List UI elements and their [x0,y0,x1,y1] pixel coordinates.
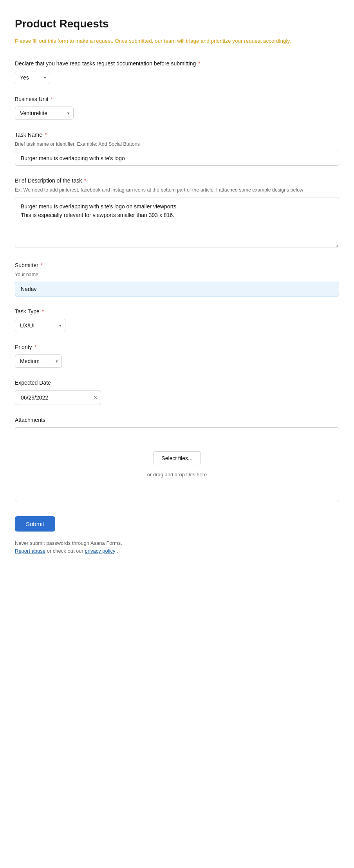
drag-drop-text: or drag and drop files here [147,471,207,479]
attachments-dropzone[interactable]: Select files... or drag and drop files h… [15,427,339,503]
expected-date-input[interactable] [15,390,101,405]
brief-description-section: Brief Description of the task * Ex: We n… [15,177,339,250]
task-name-label: Task Name * [15,131,339,139]
brief-description-required: * [83,177,86,184]
report-abuse-link[interactable]: Report abuse [15,548,45,554]
task-name-required: * [43,132,47,138]
task-type-label: Task Type * [15,307,339,316]
expected-date-label: Expected Date [15,379,339,387]
expected-date-section: Expected Date × [15,379,339,405]
page-subtitle: Please fill out this form to make a requ… [15,37,339,45]
business-unit-select-wrapper: Venturekite Other ▾ [15,107,74,120]
task-type-required: * [40,308,44,315]
priority-select[interactable]: Low Medium High Critical [15,354,62,368]
business-unit-select[interactable]: Venturekite Other [15,107,74,120]
page-title: Product Requests [15,16,339,32]
business-unit-section: Business Unit * Venturekite Other ▾ [15,95,339,120]
brief-description-label: Brief Description of the task * [15,177,339,185]
declaration-label: Declare that you have read tasks request… [15,60,339,68]
task-name-hint: Brief task name or identifier. Example: … [15,141,339,148]
business-unit-label: Business Unit * [15,95,339,103]
declaration-required: * [197,60,200,67]
attachments-section: Attachments Select files... or drag and … [15,416,339,503]
declaration-section: Declare that you have read tasks request… [15,60,339,84]
task-type-section: Task Type * UX/UI Development Content Ot… [15,307,339,332]
priority-label: Priority * [15,343,339,351]
submit-section: Submit Never submit passwords through As… [15,513,339,555]
privacy-policy-link[interactable]: privacy policy [85,548,116,554]
footer-text: Never submit passwords through Asana For… [15,539,339,555]
brief-description-hint: Ex: We need to add pinterest, facebook a… [15,186,339,194]
business-unit-required: * [49,96,53,102]
submit-button[interactable]: Submit [15,516,55,532]
task-type-select-wrapper: UX/UI Development Content Other ▾ [15,319,65,332]
submitter-section: Submitter * Your name [15,261,339,297]
priority-required: * [33,344,36,350]
priority-section: Priority * Low Medium High Critical ▾ [15,343,339,368]
page-container: Product Requests Please fill out this fo… [0,0,354,589]
declaration-select-wrapper: Yes No ▾ [15,71,50,84]
attachments-label: Attachments [15,416,339,424]
expected-date-clear-button[interactable]: × [94,394,97,401]
task-name-section: Task Name * Brief task name or identifie… [15,131,339,166]
submitter-required: * [39,262,43,268]
submitter-hint: Your name [15,271,339,278]
task-type-select[interactable]: UX/UI Development Content Other [15,319,65,332]
task-name-input[interactable] [15,151,339,166]
select-files-button[interactable]: Select files... [153,451,200,465]
submitter-input[interactable] [15,282,339,297]
expected-date-wrapper: × [15,390,101,405]
declaration-select[interactable]: Yes No [15,71,50,84]
priority-select-wrapper: Low Medium High Critical ▾ [15,354,62,368]
brief-description-textarea[interactable]: Burger menu is overlapping with site's l… [15,197,339,248]
submitter-label: Submitter * [15,261,339,269]
